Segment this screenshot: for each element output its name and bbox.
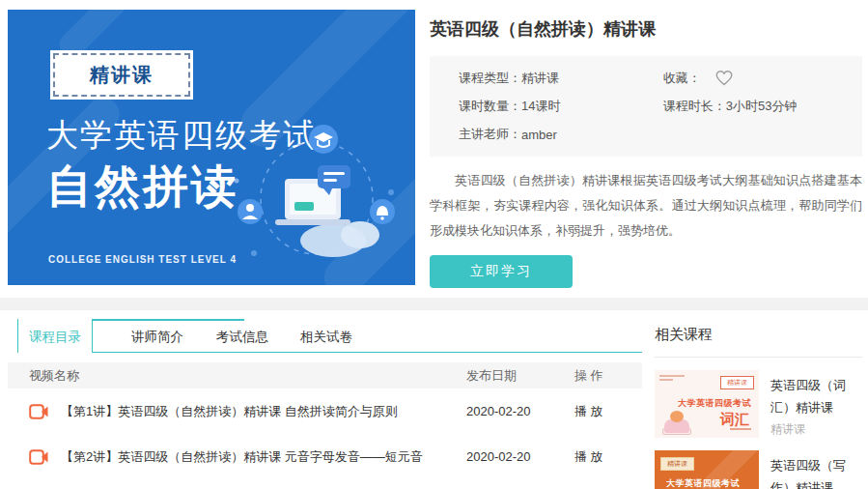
- table-row[interactable]: 【第2讲】英语四级（自然拼读）精讲课 元音字母发音——短元音 2020-02-2…: [8, 434, 642, 479]
- favorite: 收藏：: [663, 69, 853, 88]
- header-publish-date: 发布日期: [466, 367, 574, 385]
- section-divider: [0, 298, 868, 310]
- lesson-count-value: 14课时: [521, 98, 560, 115]
- favorite-heart-icon[interactable]: [714, 70, 734, 87]
- course-type-value: 精讲课: [521, 70, 559, 87]
- thumb-decoration: [659, 375, 685, 383]
- tab-course-catalog[interactable]: 课程目录: [17, 319, 93, 353]
- reading-kid-illustration-icon: [662, 411, 691, 436]
- header-action: 操 作: [574, 367, 642, 385]
- table-row[interactable]: 【第1讲】英语四级（自然拼读）精讲课 自然拼读简介与原则 2020-02-20 …: [8, 388, 642, 434]
- related-courses-title: 相关课程: [655, 319, 862, 358]
- teacher-label: 主讲老师：: [459, 126, 521, 143]
- video-table: 视频名称 发布日期 操 作 【第1讲】英语四级（自然拼读）精讲课 自然拼读简介与…: [8, 362, 642, 489]
- course-description: 英语四级（自然拼读）精讲课根据英语四级考试大纲基础知识点搭建基本学科框架，夯实课…: [430, 168, 862, 244]
- video-camera-icon: [29, 449, 49, 465]
- video-name-cell: 【第1讲】英语四级（自然拼读）精讲课 自然拼读简介与原则: [8, 403, 466, 420]
- publish-date: 2020-02-20: [466, 449, 574, 464]
- course-duration-value: 3小时53分钟: [726, 98, 798, 115]
- related-course-type: 精讲课: [770, 421, 857, 438]
- thumb-badge: 精讲课: [720, 376, 754, 389]
- play-button[interactable]: 播 放: [574, 404, 603, 418]
- related-course-info: 英语四级（词汇）精讲课 精讲课: [770, 370, 857, 438]
- course-detail-page: 精讲课 大学英语四级考试 自然拼读 COLLEGE ENGLISH TEST L…: [0, 0, 868, 489]
- course-type: 课程类型： 精讲课: [459, 69, 663, 88]
- banner-title-line2: 自然拼读: [46, 157, 239, 217]
- course-type-label: 课程类型：: [459, 70, 521, 87]
- course-thumbnail: 精讲课 大学英语四级考试 写作: [655, 450, 759, 489]
- thumb-title: 大学英语四级考试: [655, 477, 755, 489]
- info-spacer: [663, 125, 853, 144]
- tab-teacher-intro[interactable]: 讲师简介: [121, 319, 194, 353]
- thumb-subtitle: 词汇: [720, 411, 749, 429]
- banner-caption: COLLEGE ENGLISH TEST LEVEL 4: [48, 254, 237, 265]
- lesson-count: 课时数量： 14课时: [459, 97, 663, 116]
- publish-date: 2020-02-20: [466, 404, 574, 418]
- thumb-badge: 精讲课: [660, 457, 694, 471]
- video-title: 【第2讲】英语四级（自然拼读）精讲课 元音字母发音——短元音: [61, 448, 423, 466]
- lesson-count-label: 课时数量：: [459, 98, 521, 115]
- related-courses-sidebar: 相关课程 精讲课 大学英语四级考试 词汇 英语四级（词汇）精讲课 精讲课 精讲课: [655, 319, 862, 489]
- table-header-row: 视频名称 发布日期 操 作: [8, 362, 642, 388]
- related-course-card[interactable]: 精讲课 大学英语四级考试 词汇 英语四级（词汇）精讲课 精讲课: [655, 370, 862, 438]
- course-duration-label: 课程时长：: [663, 98, 726, 115]
- page-title: 英语四级（自然拼读）精讲课: [430, 10, 862, 41]
- course-content: 课程目录 讲师简介 考试信息 相关试卷 视频名称 发布日期 操 作: [8, 319, 642, 489]
- favorite-label: 收藏：: [663, 70, 701, 87]
- course-thumbnail: 精讲课 大学英语四级考试 词汇: [655, 370, 759, 438]
- video-title: 【第1讲】英语四级（自然拼读）精讲课 自然拼读简介与原则: [61, 403, 398, 420]
- tab-bar: 课程目录 讲师简介 考试信息 相关试卷: [8, 319, 642, 354]
- start-learning-button[interactable]: 立即学习: [430, 255, 573, 288]
- header-video-name: 视频名称: [8, 367, 466, 385]
- course-panel: 英语四级（自然拼读）精讲课 课程类型： 精讲课 收藏： 课时数量： 14课时 课…: [430, 10, 862, 288]
- teacher: 主讲老师： amber: [459, 125, 663, 144]
- related-course-info: 英语四级（写作）精讲课 精讲课: [770, 450, 857, 489]
- table-row[interactable]: 【第3讲】英语四级（自然拼读）精讲课 元音字母发音——长元音 2020-02-2…: [8, 479, 642, 489]
- related-course-card[interactable]: 精讲课 大学英语四级考试 写作 英语四级（写作）精讲课 精讲课: [655, 450, 862, 489]
- course-banner: 精讲课 大学英语四级考试 自然拼读 COLLEGE ENGLISH TEST L…: [8, 10, 415, 285]
- tab-related-papers[interactable]: 相关试卷: [290, 319, 363, 353]
- teacher-value: amber: [521, 128, 557, 142]
- play-button[interactable]: 播 放: [574, 449, 603, 464]
- banner-badge: 精讲课: [53, 53, 190, 97]
- video-camera-icon: [29, 404, 49, 419]
- related-course-name: 英语四级（词汇）精讲课: [770, 374, 857, 418]
- elearning-illustration-icon: [225, 123, 404, 272]
- thumb-decoration: [730, 428, 751, 430]
- related-course-name: 英语四级（写作）精讲课: [770, 454, 857, 489]
- tab-bottom-border: [93, 352, 642, 353]
- course-info-box: 课程类型： 精讲课 收藏： 课时数量： 14课时 课程时长： 3小时53分钟: [430, 56, 862, 157]
- video-name-cell: 【第2讲】英语四级（自然拼读）精讲课 元音字母发音——短元音: [8, 448, 466, 466]
- thumb-title: 大学英语四级考试: [662, 397, 759, 410]
- tab-exam-info[interactable]: 考试信息: [206, 319, 279, 353]
- course-duration: 课程时长： 3小时53分钟: [663, 97, 853, 116]
